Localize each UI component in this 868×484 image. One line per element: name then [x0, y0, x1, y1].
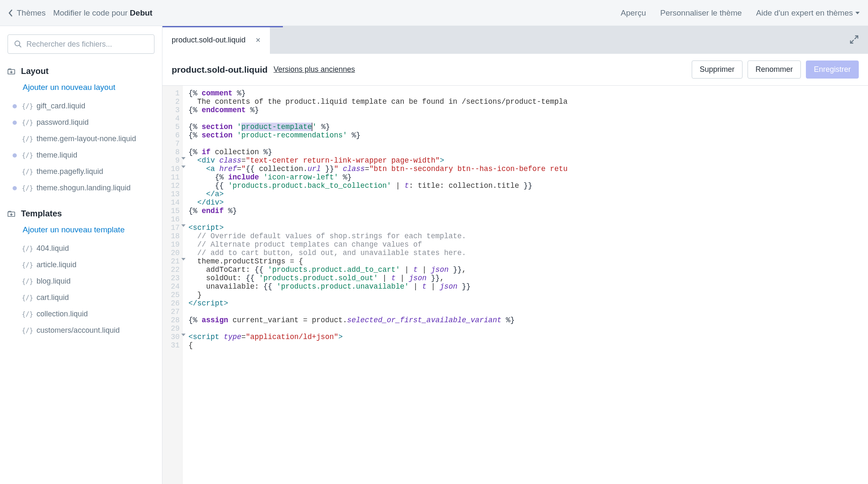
file-item[interactable]: {/}theme.pagefly.liquid	[13, 163, 154, 180]
customize-theme-link[interactable]: Personnaliser le thème	[660, 8, 742, 18]
file-sidebar: LayoutAjouter un nouveau layout{/}gift_c…	[0, 26, 162, 484]
file-label: blog.liquid	[37, 277, 71, 286]
file-title: product.sold-out.liquid	[172, 65, 268, 75]
modified-dot-icon	[13, 153, 17, 158]
save-button[interactable]: Enregistrer	[806, 60, 859, 79]
liquid-file-icon: {/}	[22, 135, 33, 143]
expert-help-link[interactable]: Aide d'un expert en thèmes	[756, 8, 860, 18]
file-header-actions: Supprimer Renommer Enregistrer	[692, 60, 859, 79]
editor-pane: product.sold-out.liquid × product.sold-o…	[162, 26, 868, 484]
tab-bar-right	[849, 26, 868, 54]
file-label: 404.liquid	[37, 244, 69, 253]
file-label: theme.gem-layout-none.liquid	[37, 134, 136, 143]
file-header: product.sold-out.liquid Versions plus an…	[162, 54, 868, 86]
file-item[interactable]: {/}404.liquid	[13, 240, 154, 257]
liquid-file-icon: {/}	[22, 152, 33, 159]
tab-bar: product.sold-out.liquid ×	[162, 26, 868, 54]
file-item[interactable]: {/}collection.liquid	[13, 306, 154, 322]
tab-label: product.sold-out.liquid	[172, 36, 246, 45]
file-item[interactable]: {/}theme.liquid	[13, 147, 154, 163]
chevron-down-icon	[855, 12, 860, 14]
search-input[interactable]	[26, 40, 148, 49]
file-label: theme.pagefly.liquid	[37, 167, 103, 176]
top-bar-right: Aperçu Personnaliser le thème Aide d'un …	[621, 8, 860, 18]
liquid-file-icon: {/}	[22, 261, 33, 269]
search-box[interactable]	[8, 34, 154, 54]
file-label: cart.liquid	[37, 293, 69, 302]
file-item[interactable]: {/}theme.gem-layout-none.liquid	[13, 131, 154, 147]
liquid-file-icon: {/}	[22, 184, 33, 192]
file-item[interactable]: {/}theme.shogun.landing.liquid	[13, 180, 154, 196]
expert-help-label: Aide d'un expert en thèmes	[756, 8, 853, 18]
svg-point-0	[15, 41, 20, 46]
top-bar: Thèmes Modifier le code pour Debut Aperç…	[0, 0, 868, 26]
top-bar-left: Thèmes Modifier le code pour Debut	[8, 8, 152, 18]
modified-dot-icon	[13, 186, 17, 190]
preview-link[interactable]: Aperçu	[621, 8, 646, 18]
fullscreen-icon	[849, 34, 860, 45]
file-label: collection.liquid	[37, 310, 88, 318]
delete-button[interactable]: Supprimer	[692, 60, 743, 79]
back-link[interactable]: Thèmes	[8, 8, 46, 18]
title-prefix: Modifier le code pour	[53, 8, 130, 17]
main-area: LayoutAjouter un nouveau layout{/}gift_c…	[0, 26, 868, 484]
editor-tab[interactable]: product.sold-out.liquid ×	[162, 26, 270, 54]
file-label: password.liquid	[37, 118, 89, 127]
fullscreen-button[interactable]	[849, 34, 860, 46]
file-item[interactable]: {/}customers/account.liquid	[13, 322, 154, 339]
folder-icon	[8, 210, 15, 217]
liquid-file-icon: {/}	[22, 294, 33, 302]
title-theme-name: Debut	[130, 8, 152, 17]
file-label: customers/account.liquid	[37, 326, 120, 335]
code-content[interactable]: {% comment %} The contents of the produc…	[183, 86, 868, 484]
file-label: gift_card.liquid	[37, 102, 85, 110]
liquid-file-icon: {/}	[22, 278, 33, 285]
file-label: article.liquid	[37, 260, 76, 269]
liquid-file-icon: {/}	[22, 245, 33, 253]
file-item[interactable]: {/}gift_card.liquid	[13, 98, 154, 114]
tree-section-header[interactable]: Templates	[8, 209, 154, 218]
rename-button[interactable]: Renommer	[748, 60, 801, 79]
file-label: theme.shogun.landing.liquid	[37, 184, 131, 192]
older-versions-link[interactable]: Versions plus anciennes	[274, 65, 355, 74]
liquid-file-icon: {/}	[22, 327, 33, 334]
file-item[interactable]: {/}article.liquid	[13, 257, 154, 273]
add-new-link[interactable]: Ajouter un nouveau template	[23, 225, 154, 234]
tree-section-header[interactable]: Layout	[8, 66, 154, 76]
code-editor[interactable]: 1234567891011121314151617181920212223242…	[162, 86, 868, 484]
liquid-file-icon: {/}	[22, 310, 33, 318]
folder-icon	[8, 68, 15, 75]
modified-dot-icon	[13, 121, 17, 125]
modified-dot-icon	[13, 104, 17, 108]
page-title: Modifier le code pour Debut	[53, 8, 153, 18]
file-item[interactable]: {/}cart.liquid	[13, 289, 154, 306]
file-item[interactable]: {/}password.liquid	[13, 114, 154, 131]
file-item[interactable]: {/}blog.liquid	[13, 273, 154, 289]
line-gutter: 1234567891011121314151617181920212223242…	[162, 86, 183, 484]
liquid-file-icon: {/}	[22, 168, 33, 176]
back-label: Thèmes	[17, 8, 46, 18]
file-label: theme.liquid	[37, 151, 77, 160]
search-icon	[14, 40, 22, 48]
close-tab-icon[interactable]: ×	[256, 36, 261, 44]
liquid-file-icon: {/}	[22, 103, 33, 110]
chevron-left-icon	[8, 9, 13, 17]
liquid-file-icon: {/}	[22, 119, 33, 126]
add-new-link[interactable]: Ajouter un nouveau layout	[23, 83, 154, 92]
